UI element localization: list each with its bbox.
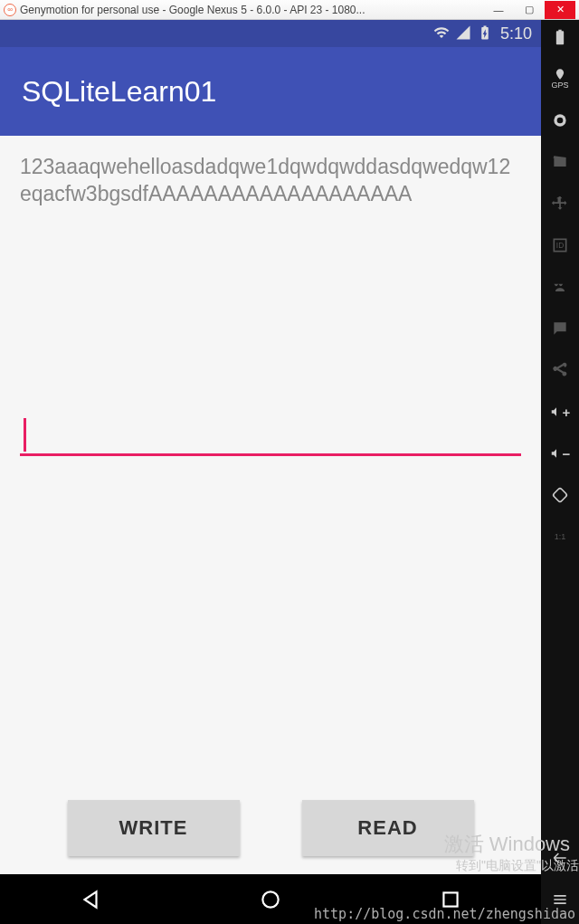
gps-icon[interactable]: GPS [548,67,572,90]
window-controls: — ▢ ✕ [483,1,575,19]
svg-point-0 [262,891,278,907]
clock-text: 5:10 [500,24,532,43]
volume-down-icon[interactable]: − [548,442,572,465]
genymotion-icon: ∞ [4,4,16,16]
close-button[interactable]: ✕ [545,1,575,19]
output-textview: 123aaaqwehelloasdadqwe1dqwdqwddasdqwedqw… [20,154,521,208]
window-titlebar: ∞ Genymotion for personal use - Google N… [0,0,579,20]
camera-icon[interactable] [548,109,572,132]
signal-icon [455,24,471,43]
home-button[interactable] [234,881,307,918]
emulator-sidebar: GPS ID + − 1:1 [541,20,579,924]
clapperboard-icon[interactable] [548,150,572,174]
svg-rect-6 [553,488,567,502]
write-button[interactable]: WRITE [68,800,240,856]
read-button[interactable]: READ [302,800,474,856]
rotate-icon[interactable] [548,483,572,507]
menu-icon[interactable] [548,888,572,911]
battery-icon[interactable] [548,25,572,49]
device-screen: 5:10 SQLiteLearn01 123aaaqwehelloasdadqw… [0,20,541,924]
text-cursor [24,418,26,452]
pixel-perfect-icon[interactable]: 1:1 [548,525,572,548]
app-content: 123aaaqwehelloasdadqwe1dqwdqwddasdqwedqw… [0,136,541,874]
app-bar: SQLiteLearn01 [0,47,541,136]
battery-charging-icon [477,24,493,43]
move-icon[interactable] [548,192,572,215]
back-button[interactable] [54,881,127,918]
network-icon[interactable] [548,275,572,299]
button-row: WRITE READ [0,800,541,856]
android-nav-bar [0,874,541,924]
svg-text:ID: ID [556,241,564,250]
maximize-button[interactable]: ▢ [514,1,545,19]
app-title: SQLiteLearn01 [22,75,216,109]
sms-icon[interactable] [548,317,572,340]
android-status-bar: 5:10 [0,20,541,47]
window-title: Genymotion for personal use - Google Nex… [20,4,483,16]
volume-up-icon[interactable]: + [548,400,572,424]
svg-point-3 [557,118,564,124]
svg-rect-1 [444,892,458,906]
identifier-icon[interactable]: ID [548,233,572,257]
wifi-icon [433,24,450,43]
share-icon[interactable] [548,358,572,382]
sidebar-back-icon[interactable] [548,846,572,870]
minimize-button[interactable]: — [483,1,514,19]
input-edittext[interactable] [20,416,521,456]
recents-button[interactable] [414,881,487,918]
